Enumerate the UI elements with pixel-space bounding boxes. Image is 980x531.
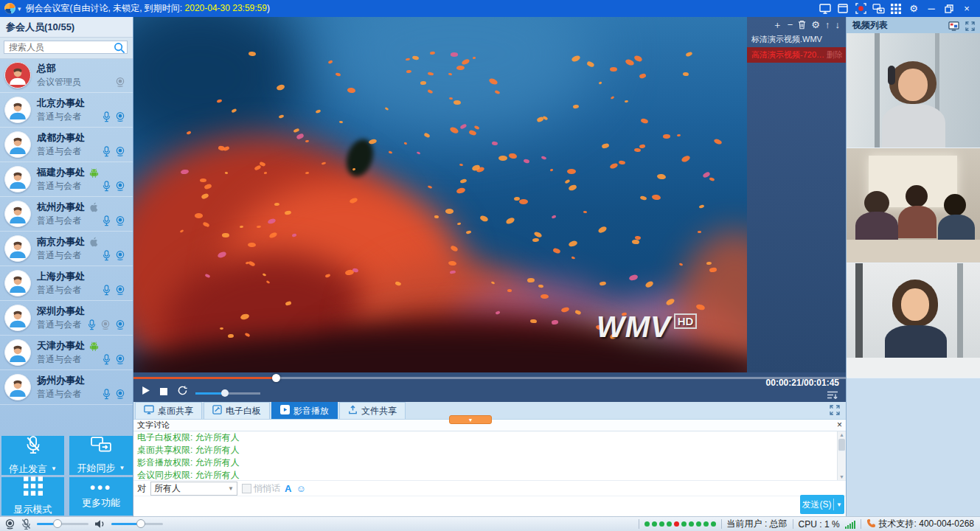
participant-row[interactable]: 杭州办事处 普通与会者 bbox=[0, 197, 133, 232]
participant-row[interactable]: 福建办事处 普通与会者 bbox=[0, 162, 133, 197]
webcam-icon[interactable] bbox=[115, 181, 125, 192]
webcam-status-icon[interactable] bbox=[4, 518, 15, 530]
mic-icon[interactable] bbox=[102, 389, 111, 400]
whisper-checkbox[interactable] bbox=[242, 484, 251, 493]
mic-muted-icon[interactable] bbox=[21, 518, 31, 530]
add-media-icon[interactable]: ＋ bbox=[773, 20, 782, 30]
stop-speaking-button[interactable]: 停止发言▼ bbox=[1, 436, 64, 475]
trash-icon[interactable] bbox=[798, 20, 806, 30]
participant-row[interactable]: 深圳办事处 普通与会者 bbox=[0, 301, 133, 336]
participant-row[interactable]: 总部 会议管理员 bbox=[0, 58, 133, 93]
video-thumbnail-2[interactable] bbox=[847, 148, 980, 263]
participant-avatar bbox=[4, 62, 31, 88]
webcam-icon[interactable] bbox=[115, 285, 125, 296]
connection-dot bbox=[644, 521, 650, 527]
tab-whiteboard[interactable]: 电子白板 bbox=[204, 402, 270, 419]
playlist-item[interactable]: 标清演示视频.WMV bbox=[747, 32, 846, 47]
webcam-icon[interactable] bbox=[115, 215, 125, 226]
remove-media-icon[interactable]: − bbox=[788, 20, 793, 30]
send-button[interactable]: 发送(S) ▼ bbox=[800, 495, 844, 514]
move-up-icon[interactable]: ↑ bbox=[825, 20, 830, 30]
chat-close-icon[interactable]: × bbox=[837, 420, 842, 430]
network-sync-icon[interactable] bbox=[871, 2, 886, 15]
webcam-icon[interactable] bbox=[100, 319, 111, 330]
recipient-select[interactable]: 所有人▼ bbox=[150, 482, 237, 496]
mic-icon[interactable] bbox=[102, 146, 111, 157]
font-settings-button[interactable]: A bbox=[285, 483, 291, 494]
tab-media-play[interactable]: 影音播放 bbox=[271, 402, 338, 419]
screen-share-icon[interactable] bbox=[818, 2, 833, 15]
mic-icon[interactable] bbox=[102, 354, 111, 365]
settings-icon[interactable]: ⚙ bbox=[906, 2, 921, 15]
tab-file-share[interactable]: 文件共享 bbox=[339, 402, 406, 419]
mic-icon[interactable] bbox=[102, 285, 111, 296]
expand-panel-icon[interactable] bbox=[830, 405, 840, 417]
playlist-item[interactable]: 高清演示视频-720P.wmv删除 bbox=[747, 47, 846, 63]
search-icon[interactable] bbox=[114, 42, 125, 54]
seek-bar[interactable] bbox=[133, 377, 846, 379]
more-functions-button[interactable]: ••• 更多功能 bbox=[69, 477, 133, 516]
restore-icon[interactable] bbox=[942, 2, 956, 15]
whisper-option[interactable]: 悄悄话 bbox=[242, 482, 280, 495]
scroll-up-icon[interactable]: ▲ bbox=[839, 431, 844, 438]
move-down-icon[interactable]: ↓ bbox=[835, 20, 841, 30]
tab-desktop-share[interactable]: 桌面共享 bbox=[135, 402, 202, 419]
window-mode-icon[interactable] bbox=[835, 2, 850, 15]
mic-icon[interactable] bbox=[102, 215, 111, 226]
webcam-icon[interactable] bbox=[115, 77, 125, 88]
webcam-icon[interactable] bbox=[115, 146, 125, 157]
search-input[interactable] bbox=[4, 41, 128, 54]
video-thumbnail-1[interactable] bbox=[847, 33, 980, 148]
volume-handle[interactable] bbox=[221, 389, 229, 397]
mic-volume-knob[interactable] bbox=[53, 519, 62, 528]
chat-input-area[interactable] bbox=[133, 496, 846, 518]
seek-handle[interactable] bbox=[272, 374, 280, 382]
speaker-icon[interactable] bbox=[94, 519, 105, 529]
record-icon[interactable] bbox=[853, 2, 868, 15]
mic-icon[interactable] bbox=[102, 111, 111, 122]
mic-icon[interactable] bbox=[102, 250, 111, 261]
mic-volume-slider[interactable] bbox=[37, 523, 88, 525]
participant-role: 普通与会者 bbox=[37, 249, 102, 262]
webcam-icon[interactable] bbox=[115, 111, 125, 122]
participant-row[interactable]: 扬州办事处 普通与会者 bbox=[0, 370, 133, 405]
participant-row[interactable]: 北京办事处 普通与会者 bbox=[0, 93, 133, 128]
mic-icon[interactable] bbox=[88, 319, 96, 330]
webcam-icon[interactable] bbox=[115, 250, 125, 261]
speaker-volume-slider[interactable] bbox=[111, 523, 163, 525]
speaker-volume-knob[interactable] bbox=[136, 519, 145, 528]
playlist-toolbar: ＋ − ⚙ ↑ ↓ bbox=[747, 17, 846, 32]
scroll-down-icon[interactable]: ▼ bbox=[839, 473, 844, 480]
volume-slider[interactable] bbox=[195, 392, 260, 395]
logo-dropdown-icon[interactable]: ▾ bbox=[18, 5, 21, 13]
display-mode-button[interactable]: 显示模式 bbox=[1, 477, 64, 516]
participant-row[interactable]: 成都办事处 普通与会者 bbox=[0, 128, 133, 162]
chat-message: 会议同步权限: 允许所有人 bbox=[133, 469, 846, 481]
webcam-icon[interactable] bbox=[115, 354, 125, 365]
scrollbar-thumb[interactable] bbox=[838, 439, 845, 451]
chat-collapse-handle[interactable]: ▼ bbox=[449, 415, 492, 424]
delete-button[interactable]: 删除 bbox=[827, 47, 843, 63]
playlist-toggle-icon[interactable] bbox=[827, 391, 838, 402]
emoji-button[interactable]: ☺ bbox=[296, 484, 305, 493]
chat-scrollbar[interactable]: ▲ ▼ bbox=[837, 431, 846, 480]
minimize-icon[interactable]: ─ bbox=[924, 2, 939, 15]
expiry-time: 2020-04-30 23:59:59 bbox=[185, 3, 267, 13]
mic-icon[interactable] bbox=[102, 181, 111, 192]
participant-row[interactable]: 南京办事处 普通与会者 bbox=[0, 232, 133, 266]
participant-row[interactable]: 上海办事处 普通与会者 bbox=[0, 266, 133, 301]
webcam-icon[interactable] bbox=[115, 319, 125, 330]
display-grid-icon[interactable] bbox=[889, 2, 903, 15]
webcam-icon[interactable] bbox=[115, 389, 125, 400]
playlist-settings-icon[interactable]: ⚙ bbox=[811, 20, 820, 30]
video-thumbnail-3[interactable] bbox=[847, 263, 980, 378]
start-sync-button[interactable]: 开始同步▼ bbox=[69, 436, 133, 475]
replay-icon[interactable] bbox=[178, 386, 187, 398]
stop-icon[interactable] bbox=[160, 387, 167, 398]
participant-name: 上海办事处 bbox=[37, 270, 85, 283]
close-icon[interactable]: × bbox=[959, 2, 974, 15]
participant-row[interactable]: 天津办事处 普通与会者 bbox=[0, 336, 133, 370]
video-content[interactable]: WMVHD bbox=[133, 17, 747, 372]
connection-dot bbox=[711, 521, 716, 527]
play-icon[interactable] bbox=[141, 386, 150, 398]
